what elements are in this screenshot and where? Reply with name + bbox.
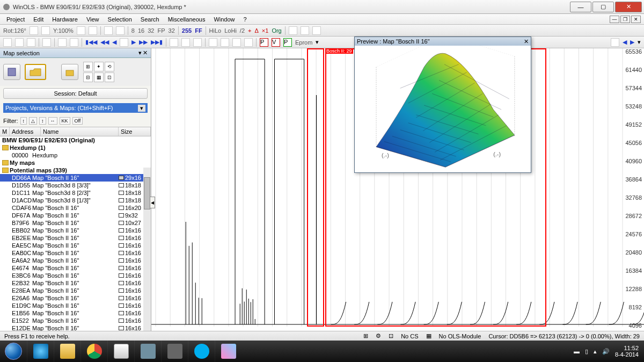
bits-fp[interactable]: FP (157, 27, 165, 34)
div2[interactable]: /2 (240, 27, 245, 34)
map-row[interactable]: E28EAMap "Bosch II 16"16x16 (0, 287, 151, 294)
val-ff[interactable]: FF (195, 27, 202, 34)
menu-window[interactable]: Window (210, 15, 238, 24)
filter-btn-3[interactable]: ↔ (48, 117, 57, 125)
byteorder-lohi[interactable]: LoHi (224, 27, 237, 34)
map-row[interactable]: E3BC6Map "Bosch II 16"16x16 (0, 272, 151, 279)
view-mode-icon[interactable] (104, 26, 113, 35)
side-tool-2[interactable]: ✦ (94, 62, 104, 71)
map-row[interactable]: EBB02Map "Bosch II 16"16x16 (0, 227, 151, 234)
col-m[interactable]: M (0, 127, 10, 136)
op-delta[interactable]: Δ (254, 27, 258, 34)
undo-icon[interactable] (58, 38, 67, 47)
op-x1[interactable]: ×1 (262, 27, 269, 34)
print-icon[interactable] (42, 38, 51, 47)
minimize-button[interactable]: — (570, 2, 591, 12)
filter-btn-2[interactable]: ↕ (39, 117, 46, 125)
side-tool-6[interactable]: ⊡ (105, 73, 114, 82)
nav-last-icon[interactable]: ▶▶▮ (151, 39, 163, 46)
map-row[interactable]: D1ACDMap "Bosch3d 8 [1/3]"18x18 (0, 197, 151, 204)
filter-btn-0[interactable]: ↕ (20, 117, 27, 125)
side-tool-1[interactable]: ⊞ (83, 62, 93, 71)
nav-first-icon[interactable]: ▮◀◀ (85, 39, 97, 46)
save-icon[interactable] (27, 38, 35, 47)
nav-grid-icon[interactable] (120, 38, 128, 47)
mdi-minimize-button[interactable]: — (610, 16, 619, 23)
chevron-down-icon[interactable]: ▾ (138, 105, 145, 112)
taskbar-chrome-icon[interactable] (80, 341, 107, 362)
maximize-button[interactable]: ▢ (592, 2, 614, 12)
prev-map-icon[interactable]: ◀ (623, 39, 627, 46)
start-button[interactable] (0, 341, 27, 362)
sidebar-close-icon[interactable]: ✕ (143, 49, 148, 56)
op-plus[interactable]: + (248, 27, 251, 34)
rotate-right-icon[interactable] (41, 26, 50, 35)
tray-volume-icon[interactable]: 🔊 (602, 348, 610, 355)
splitter-handle[interactable]: ◀ (150, 197, 155, 208)
map-row[interactable]: DF67AMap "Bosch II 16"9x32 (0, 212, 151, 219)
tree-hexdump-folder[interactable]: Hexdump (1) (0, 144, 151, 151)
taskbar-app6-icon[interactable] (161, 341, 188, 362)
status-icon-3[interactable]: ⊡ (389, 332, 393, 339)
col-name[interactable]: Name (41, 127, 119, 136)
bits-32[interactable]: 32 (148, 27, 154, 34)
map-row[interactable]: D1C11Map "Bosch3d 8 [2/3]"18x18 (0, 189, 151, 197)
open-icon[interactable] (15, 38, 24, 47)
bits-32b[interactable]: 32 (169, 27, 175, 34)
p-red-icon[interactable]: P (260, 38, 268, 47)
nav-prev-icon[interactable]: ◀ (112, 39, 116, 46)
eprom-dropdown[interactable]: Eprom (295, 39, 312, 46)
side-tool-4[interactable]: ⊟ (83, 73, 93, 82)
redo-icon[interactable] (70, 38, 78, 47)
tray-time[interactable]: 11:52 (615, 345, 639, 351)
nav-next-page-icon[interactable]: ▶▶ (139, 39, 148, 46)
taskbar-ie-icon[interactable] (27, 341, 54, 362)
nav-prev-page-icon[interactable]: ◀◀ (100, 39, 109, 46)
nav-dropdown-icon[interactable]: ▾ (638, 39, 641, 46)
misc-icon-5[interactable] (611, 38, 619, 47)
map-row[interactable]: EAB0CMap "Bosch II 16"16x16 (0, 249, 151, 257)
wrench-icon[interactable] (209, 38, 217, 47)
close-button[interactable]: ✕ (615, 2, 642, 12)
projects-combo[interactable]: Projects, Versions & Maps: (Ctrl+Shift+F… (3, 103, 148, 113)
side-tool-5[interactable]: ▦ (94, 73, 104, 82)
menu-hardware[interactable]: Hardware (49, 15, 81, 24)
map-row[interactable]: EB2EEMap "Bosch II 16"16x16 (0, 234, 151, 242)
map-row[interactable]: E1522Map "Bosch II 16"16x16 (0, 317, 151, 324)
save-project-button[interactable] (3, 64, 20, 80)
menu-project[interactable]: Project (3, 15, 28, 24)
menu-view[interactable]: View (83, 15, 103, 24)
nav-next-icon[interactable]: ▶ (131, 39, 136, 46)
mdi-close-button[interactable]: ✕ (631, 16, 641, 23)
map-row[interactable]: DD66AMap "Bosch II 16"29x16 (0, 174, 151, 182)
menu-selection[interactable]: Selection (105, 15, 135, 24)
tree-project[interactable]: BMW E90/E91/ E92/E93 (Original) (0, 136, 151, 144)
tray-icon-1[interactable]: ▬ (574, 348, 580, 354)
preview-window[interactable]: Preview : Map "Bosch II 16" ✕ (.-) (.-) (354, 37, 531, 173)
toolbar-ext2-icon[interactable] (301, 26, 309, 35)
menu-search[interactable]: Search (137, 15, 163, 24)
v-red-icon[interactable]: V (272, 38, 280, 47)
filter-btn-5[interactable]: Off (72, 117, 83, 125)
taskbar-paint-icon[interactable] (215, 341, 241, 362)
link-icon[interactable] (244, 38, 253, 47)
tray-date[interactable]: 8-4-2014 (615, 351, 639, 358)
chip-icon[interactable] (232, 38, 241, 47)
tree-hexdump-item[interactable]: 00000Hexdump (0, 151, 151, 159)
new-icon[interactable] (3, 38, 12, 47)
filter-btn-1[interactable]: △ (29, 117, 37, 125)
menu-edit[interactable]: Edit (30, 15, 47, 24)
status-icon-1[interactable]: ⊞ (363, 332, 368, 339)
taskbar-explorer-icon[interactable] (54, 341, 80, 362)
preview-close-icon[interactable]: ✕ (524, 38, 529, 45)
menu-help[interactable]: ? (240, 15, 250, 24)
select-icon[interactable] (170, 38, 178, 47)
op-org[interactable]: Org (272, 27, 281, 34)
toolbar-eye-icon[interactable] (312, 26, 321, 35)
menu-misc[interactable]: Miscellaneous (165, 15, 209, 24)
val-255[interactable]: 255 (182, 27, 192, 34)
folder-prefs-button[interactable] (61, 64, 78, 80)
p-green-icon[interactable]: P (283, 38, 292, 47)
gear-icon[interactable] (221, 38, 229, 47)
col-size[interactable]: Size (119, 127, 151, 136)
